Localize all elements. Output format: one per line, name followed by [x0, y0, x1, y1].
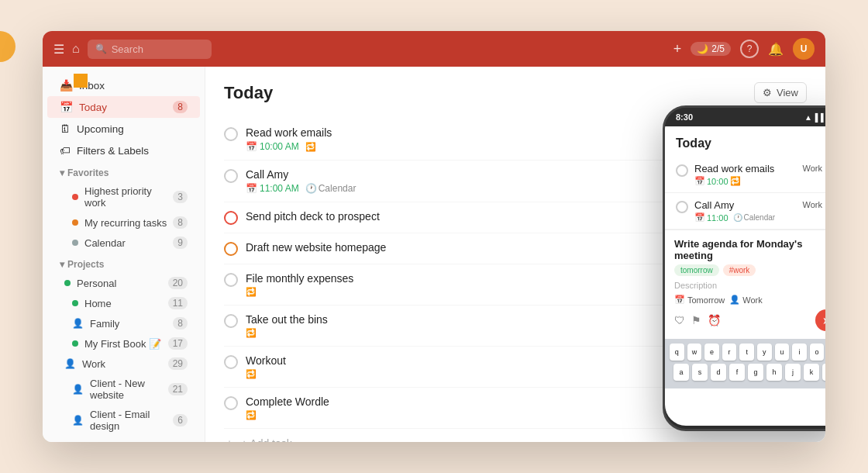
work-label: Work — [82, 358, 162, 370]
work-person-icon: 👤 — [64, 358, 76, 369]
sidebar-item-client-new-website[interactable]: 👤 Client - New website 21 — [47, 374, 200, 405]
task-checkbox-8[interactable] — [224, 396, 238, 410]
task-checkbox-5[interactable] — [224, 273, 238, 287]
key-r[interactable]: r — [722, 344, 737, 361]
phone-checkbox-1[interactable] — [676, 164, 688, 177]
phone-header: Today ⋮ — [665, 126, 825, 157]
task-checkbox-7[interactable] — [224, 355, 238, 369]
key-k[interactable]: k — [804, 364, 819, 381]
personal-dot — [64, 280, 71, 286]
task-checkbox-1[interactable] — [224, 127, 238, 141]
sidebar: 📥 Inbox 📅 Today 8 🗓 Upcoming 🏷 Filters &… — [43, 67, 205, 442]
notifications-button[interactable]: 🔔 — [768, 42, 784, 57]
key-a[interactable]: a — [673, 364, 689, 381]
sidebar-item-calendar[interactable]: Calendar 9 — [47, 233, 200, 253]
avatar[interactable]: U — [793, 38, 815, 60]
sidebar-item-filters[interactable]: 🏷 Filters & Labels — [47, 140, 200, 161]
alarm-icon[interactable]: ⏰ — [708, 314, 721, 326]
key-s[interactable]: s — [692, 364, 708, 381]
task-name-3: Send pitch deck to prospect — [246, 210, 722, 223]
today-count: 8 — [173, 101, 188, 113]
key-t[interactable]: t — [739, 344, 754, 361]
sidebar-item-inbox-label: Inbox — [79, 80, 188, 91]
sidebar-item-upcoming[interactable]: 🗓 Upcoming — [47, 118, 200, 140]
sidebar-item-client-email-design[interactable]: 👤 Client - Email design 6 — [47, 405, 200, 436]
client-email-label: Client - Email design — [90, 409, 167, 432]
key-l[interactable]: l — [822, 364, 825, 381]
key-u[interactable]: u — [775, 344, 790, 361]
content-header: Today ⚙ View — [224, 82, 807, 103]
first-book-count: 17 — [168, 337, 188, 350]
add-task-icon: ＋ — [224, 437, 235, 442]
phone-keyboard: q w e r t y u i o p a — [665, 339, 825, 388]
sidebar-item-work[interactable]: 👤 Work 29 — [47, 354, 200, 374]
compose-action-row: 🛡 ⚑ ⏰ ➤ — [674, 309, 825, 331]
phone-title: Today — [676, 136, 711, 150]
favorites-header[interactable]: ▾ Favorites — [47, 161, 200, 181]
key-f[interactable]: f — [729, 364, 745, 381]
phone-menu-dots[interactable]: ⋮ — [823, 136, 825, 150]
signal-icon: ▌▌ — [815, 113, 825, 122]
recurring-icon-7: 🔁 — [246, 369, 257, 379]
key-o[interactable]: o — [810, 344, 825, 361]
key-d[interactable]: d — [711, 364, 726, 381]
calendar-icon-2: 📅 — [246, 183, 257, 194]
sidebar-item-recurring[interactable]: My recurring tasks 8 — [47, 212, 200, 233]
home-dot — [72, 300, 78, 306]
sidebar-item-personal[interactable]: Personal 20 — [47, 273, 200, 293]
sidebar-item-home[interactable]: Home 11 — [47, 293, 200, 313]
task-checkbox-6[interactable] — [224, 314, 238, 328]
client-new-website-count: 21 — [168, 383, 188, 395]
sidebar-item-highest-priority[interactable]: Highest priority work 3 — [47, 181, 200, 212]
calendar-icon-1: 📅 — [246, 141, 257, 152]
key-w[interactable]: w — [687, 344, 702, 361]
task-body-3: Send pitch deck to prospect — [246, 210, 722, 225]
search-box[interactable]: 🔍 — [88, 40, 212, 59]
sidebar-item-inbox[interactable]: 📥 Inbox — [47, 74, 200, 96]
task-checkbox-3[interactable] — [224, 211, 238, 225]
shield-icon[interactable]: 🛡 — [674, 314, 685, 326]
compose-footer-project[interactable]: 👤 Work — [729, 295, 762, 305]
add-button[interactable]: + — [673, 41, 682, 57]
phone-checkbox-2[interactable] — [676, 201, 688, 213]
help-button[interactable]: ? — [740, 40, 759, 58]
task-name-5: File monthly expenses — [246, 272, 722, 285]
task-meta-5: 🔁 — [246, 287, 722, 297]
client-new-website-icon: 👤 — [72, 384, 84, 395]
client-email-count: 6 — [173, 414, 188, 426]
sidebar-item-family[interactable]: 👤 Family 8 — [47, 313, 200, 333]
hamburger-icon[interactable]: ☰ — [53, 42, 64, 57]
page-title: Today — [224, 83, 273, 103]
key-h[interactable]: h — [766, 364, 782, 381]
view-button[interactable]: ⚙ View — [754, 82, 807, 103]
task-checkbox-2[interactable] — [224, 169, 238, 183]
topbar-left: ☰ ⌂ 🔍 — [53, 40, 212, 59]
send-button[interactable]: ➤ — [815, 309, 825, 331]
sidebar-item-today[interactable]: 📅 Today 8 — [47, 96, 200, 118]
home-icon[interactable]: ⌂ — [72, 42, 80, 56]
family-label: Family — [90, 318, 167, 330]
projects-header[interactable]: ▾ Projects — [47, 253, 200, 273]
key-e[interactable]: e — [704, 344, 719, 361]
key-j[interactable]: j — [785, 364, 801, 381]
compose-footer-date[interactable]: 📅 Tomorrow — [674, 295, 725, 305]
key-i[interactable]: i — [792, 344, 807, 361]
chevron-down-icon-projects: ▾ — [60, 259, 64, 270]
search-input[interactable] — [112, 43, 204, 55]
recurring-dot — [72, 219, 78, 226]
sidebar-item-today-label: Today — [79, 102, 167, 113]
key-y[interactable]: y — [757, 344, 772, 361]
sidebar-item-first-book[interactable]: My First Book 📝 17 — [47, 333, 200, 354]
sidebar-item-client-rebrand[interactable]: 👤 Client - Rebrand 14 — [47, 436, 200, 442]
task-name-6: Take out the bins — [246, 313, 722, 326]
key-g[interactable]: g — [748, 364, 763, 381]
task-checkbox-4[interactable] — [224, 242, 238, 256]
view-icon: ⚙ — [763, 87, 772, 98]
task-name-8: Complete Wordle — [246, 395, 722, 408]
flag-icon[interactable]: ⚑ — [691, 314, 701, 326]
key-q[interactable]: q — [670, 344, 684, 361]
task-name-4: Draft new website homepage — [246, 241, 700, 254]
phone-cal-icon-1: 📅 — [694, 176, 705, 186]
compose-calendar-icon: 📅 — [674, 295, 685, 305]
task-time-1: 📅 10:00 AM — [246, 141, 299, 152]
